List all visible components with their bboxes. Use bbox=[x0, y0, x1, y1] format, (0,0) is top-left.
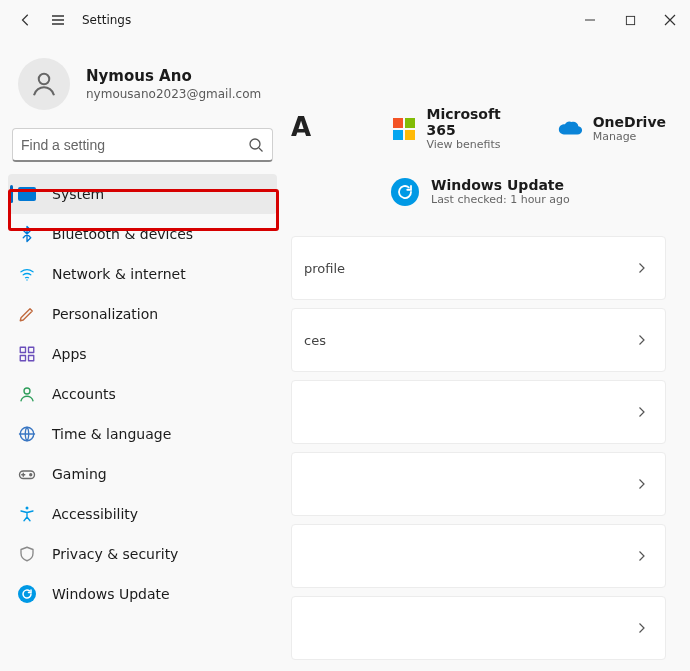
tile-onedrive-sub: Manage bbox=[593, 130, 666, 143]
card-label: profile bbox=[304, 261, 345, 276]
svg-point-11 bbox=[26, 507, 29, 510]
main-content: Microsoft 365 View benefits OneDrive Man… bbox=[285, 40, 690, 671]
svg-rect-13 bbox=[405, 118, 415, 128]
back-button[interactable] bbox=[10, 4, 42, 36]
settings-card[interactable] bbox=[291, 452, 666, 516]
svg-point-2 bbox=[250, 139, 260, 149]
maximize-button[interactable] bbox=[610, 4, 650, 36]
chevron-right-icon bbox=[635, 619, 647, 638]
bluetooth-icon bbox=[18, 225, 36, 243]
sidebar-item-label: Gaming bbox=[52, 466, 107, 482]
svg-point-7 bbox=[24, 388, 30, 394]
sidebar-item-system[interactable]: System bbox=[8, 174, 277, 214]
gaming-icon bbox=[18, 465, 36, 483]
svg-rect-0 bbox=[626, 16, 634, 24]
accounts-icon bbox=[18, 385, 36, 403]
windows-update-icon bbox=[391, 178, 419, 206]
nav-list: System Bluetooth & devices Network & int… bbox=[0, 174, 285, 614]
avatar bbox=[18, 58, 70, 110]
svg-rect-3 bbox=[20, 347, 25, 352]
chevron-right-icon bbox=[635, 259, 647, 278]
tile-microsoft365[interactable]: Microsoft 365 View benefits bbox=[391, 106, 533, 151]
sidebar-item-gaming[interactable]: Gaming bbox=[8, 454, 277, 494]
page-heading-fragment: A bbox=[291, 112, 311, 142]
sidebar-item-apps[interactable]: Apps bbox=[8, 334, 277, 374]
sidebar-item-label: Bluetooth & devices bbox=[52, 226, 193, 242]
settings-card[interactable] bbox=[291, 380, 666, 444]
tile-onedrive-title: OneDrive bbox=[593, 114, 666, 130]
privacy-icon bbox=[18, 545, 36, 563]
titlebar: Settings bbox=[0, 0, 690, 40]
status-tiles: Microsoft 365 View benefits OneDrive Man… bbox=[391, 106, 666, 151]
search-icon bbox=[248, 137, 264, 153]
profile-name: Nymous Ano bbox=[86, 67, 261, 85]
settings-card[interactable] bbox=[291, 524, 666, 588]
sidebar-item-bluetooth[interactable]: Bluetooth & devices bbox=[8, 214, 277, 254]
network-icon bbox=[18, 265, 36, 283]
settings-card[interactable] bbox=[291, 596, 666, 660]
search-box[interactable] bbox=[12, 128, 273, 162]
window-controls bbox=[570, 4, 690, 36]
chevron-right-icon bbox=[635, 547, 647, 566]
card-label: ces bbox=[304, 333, 326, 348]
sidebar-item-label: Accounts bbox=[52, 386, 116, 402]
profile-block[interactable]: Nymous Ano nymousano2023@gmail.com bbox=[0, 50, 285, 128]
accessibility-icon bbox=[18, 505, 36, 523]
sidebar-item-accessibility[interactable]: Accessibility bbox=[8, 494, 277, 534]
profile-email: nymousano2023@gmail.com bbox=[86, 87, 261, 101]
tile-m365-title: Microsoft 365 bbox=[426, 106, 532, 138]
svg-rect-4 bbox=[29, 347, 34, 352]
update-icon bbox=[18, 585, 36, 603]
sidebar-item-label: Network & internet bbox=[52, 266, 186, 282]
sidebar-item-label: Personalization bbox=[52, 306, 158, 322]
apps-icon bbox=[18, 345, 36, 363]
sidebar-item-network[interactable]: Network & internet bbox=[8, 254, 277, 294]
microsoft-logo-icon bbox=[391, 116, 416, 142]
svg-point-10 bbox=[30, 474, 32, 476]
chevron-right-icon bbox=[635, 403, 647, 422]
sidebar-item-label: System bbox=[52, 186, 104, 202]
close-button[interactable] bbox=[650, 4, 690, 36]
settings-card[interactable]: profile bbox=[291, 236, 666, 300]
sidebar-item-accounts[interactable]: Accounts bbox=[8, 374, 277, 414]
tile-m365-sub: View benefits bbox=[426, 138, 532, 151]
tile-onedrive[interactable]: OneDrive Manage bbox=[557, 106, 666, 151]
chevron-right-icon bbox=[635, 331, 647, 350]
svg-rect-15 bbox=[405, 130, 415, 140]
settings-cards: profile ces bbox=[291, 236, 666, 660]
svg-rect-6 bbox=[29, 356, 34, 361]
window-title: Settings bbox=[82, 13, 131, 27]
svg-rect-5 bbox=[20, 356, 25, 361]
settings-card[interactable]: ces bbox=[291, 308, 666, 372]
sidebar-item-time[interactable]: Time & language bbox=[8, 414, 277, 454]
chevron-right-icon bbox=[635, 475, 647, 494]
time-icon bbox=[18, 425, 36, 443]
minimize-button[interactable] bbox=[570, 4, 610, 36]
winupdate-sub: Last checked: 1 hour ago bbox=[431, 193, 570, 206]
winupdate-title: Windows Update bbox=[431, 177, 570, 193]
sidebar-item-privacy[interactable]: Privacy & security bbox=[8, 534, 277, 574]
svg-rect-12 bbox=[393, 118, 403, 128]
onedrive-icon bbox=[557, 116, 583, 142]
search-input[interactable] bbox=[21, 137, 248, 153]
hamburger-menu-icon[interactable] bbox=[42, 4, 74, 36]
sidebar-item-label: Apps bbox=[52, 346, 87, 362]
sidebar-item-update[interactable]: Windows Update bbox=[8, 574, 277, 614]
svg-rect-14 bbox=[393, 130, 403, 140]
tile-windows-update[interactable]: Windows Update Last checked: 1 hour ago bbox=[391, 177, 666, 206]
sidebar-item-personalize[interactable]: Personalization bbox=[8, 294, 277, 334]
svg-point-1 bbox=[39, 74, 50, 85]
sidebar-item-label: Windows Update bbox=[52, 586, 170, 602]
system-icon bbox=[18, 185, 36, 203]
sidebar: Nymous Ano nymousano2023@gmail.com Syste… bbox=[0, 40, 285, 671]
sidebar-item-label: Accessibility bbox=[52, 506, 138, 522]
personalize-icon bbox=[18, 305, 36, 323]
sidebar-item-label: Privacy & security bbox=[52, 546, 178, 562]
sidebar-item-label: Time & language bbox=[52, 426, 171, 442]
